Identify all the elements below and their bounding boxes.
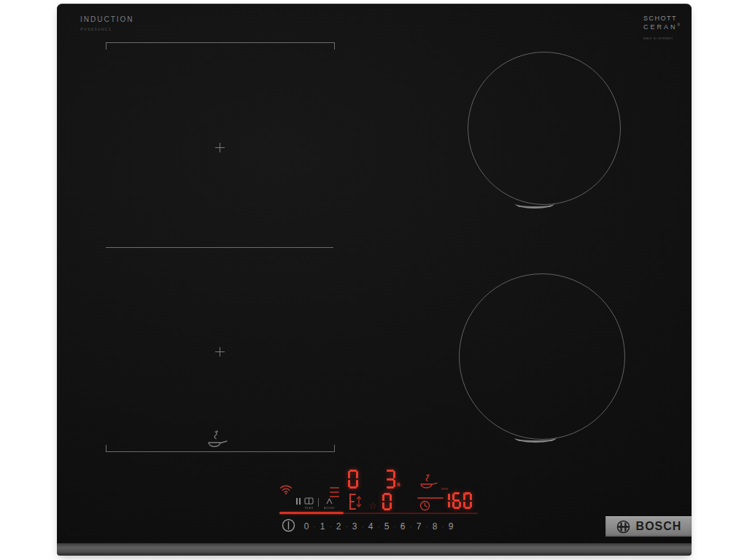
bosch-armature-icon (616, 519, 631, 534)
wifi-icon[interactable] (279, 483, 293, 497)
flex-zone-front-center-mark (215, 347, 225, 357)
glass-brand-line1: SCHOTT (643, 15, 686, 23)
rear-right-zone-pan-mark (515, 199, 554, 209)
fry-sensor-indicator-line (417, 497, 444, 499)
product-photo: INDUCTION PVS631HC1 SCHOTT CERAN® MADE I… (0, 0, 747, 560)
flex-zone-rear-center-mark (215, 143, 225, 152)
slider-level-0[interactable]: 0 (302, 521, 311, 532)
favorite-star-icon[interactable]: ☆ (368, 501, 377, 510)
slider-level-1[interactable]: 1 (318, 521, 327, 532)
front-zone-level-display (382, 493, 392, 510)
slider-dot: · (359, 523, 366, 530)
slider-dot: · (423, 523, 430, 530)
flex-key[interactable]: FLEX (304, 497, 314, 510)
flex-level-bars-icon (330, 487, 339, 497)
slider-dot: · (391, 523, 398, 530)
induction-hob: INDUCTION PVS631HC1 SCHOTT CERAN® MADE I… (57, 4, 692, 556)
pause-time-display: s (385, 470, 400, 489)
function-key-cluster: FLEX BOOST (296, 497, 336, 510)
flex-key-label: FLEX (305, 506, 313, 510)
power-level-indicator-track (344, 513, 478, 514)
power-slider-levels[interactable]: 0·1·2·3·4·5·6·7·8·9 (302, 519, 455, 534)
fry-sensor-pan-icon[interactable] (418, 474, 438, 493)
glass-brand-mark: SCHOTT CERAN® MADE IN GERMANY (643, 15, 686, 40)
flex-zone-pan-icon (203, 430, 231, 452)
slider-dot: · (311, 523, 318, 530)
pause-key[interactable] (296, 497, 301, 505)
boost-key[interactable]: BOOST (322, 497, 336, 510)
slider-level-3[interactable]: 3 (350, 521, 359, 532)
slider-dot: · (407, 523, 414, 530)
brand-logo-text: BOSCH (636, 520, 682, 533)
slider-level-2[interactable]: 2 (334, 521, 343, 532)
slider-level-8[interactable]: 8 (430, 521, 439, 532)
timer-unit-label: min (441, 486, 449, 491)
rear-right-zone-ring (468, 52, 621, 205)
power-level-indicator-active (279, 512, 344, 514)
slider-dot: · (439, 523, 446, 530)
model-number: PVS631HC1 (80, 27, 112, 31)
slider-dot: · (327, 523, 334, 530)
rear-zone-level-display (348, 470, 358, 489)
boost-key-label: BOOST (324, 506, 335, 510)
pause-icon (296, 498, 301, 505)
glass-brand-line2: CERAN® (643, 23, 686, 31)
power-button[interactable] (282, 518, 295, 535)
flex-zone-bracket-icon (347, 491, 363, 515)
slider-level-4[interactable]: 4 (366, 521, 375, 532)
slider-level-5[interactable]: 5 (382, 521, 391, 532)
slider-level-7[interactable]: 7 (414, 521, 423, 532)
slider-level-6[interactable]: 6 (398, 521, 407, 532)
hob-glass-surface: INDUCTION PVS631HC1 SCHOTT CERAN® MADE I… (57, 4, 692, 543)
boost-icon (325, 497, 333, 505)
type-label: INDUCTION (80, 15, 134, 23)
flex-zone-divider-line (106, 247, 333, 248)
slider-level-9[interactable]: 9 (446, 521, 455, 532)
slider-dot: · (375, 523, 382, 530)
timer-display (441, 492, 472, 509)
flex-zone-rear-bracket (106, 42, 335, 50)
front-right-zone-ring (459, 273, 625, 440)
pause-time-unit: s (397, 481, 400, 488)
flex-icon (304, 497, 314, 505)
front-trim-bevel (57, 543, 692, 556)
slider-dot: · (343, 523, 350, 530)
key-divider (318, 498, 319, 507)
front-right-zone-pan-mark (514, 433, 557, 443)
glass-brand-subline: MADE IN GERMANY (643, 36, 681, 40)
brand-badge: BOSCH (605, 516, 692, 537)
